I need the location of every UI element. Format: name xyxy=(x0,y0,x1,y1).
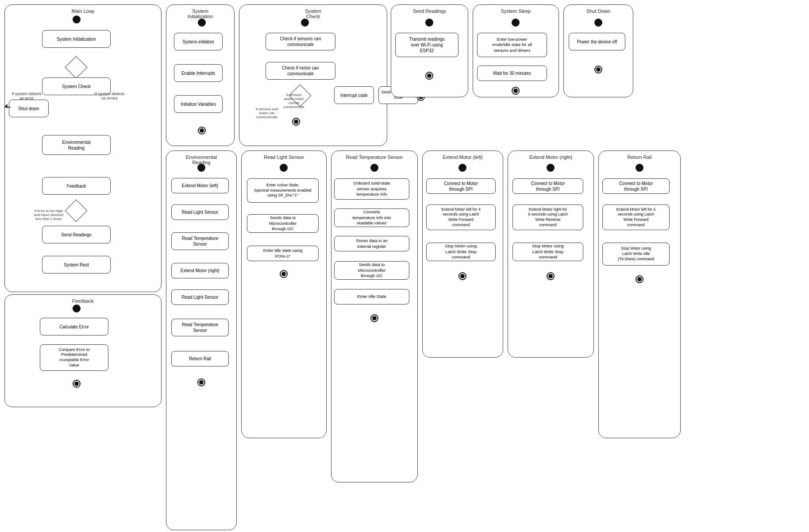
rl-idle-node: Enter idle state usingPON=1* xyxy=(247,246,319,261)
si-interrupts-node: Enable Interrupts xyxy=(174,64,223,82)
ml-env-node: EnvironmentalReading xyxy=(42,135,111,155)
rt-onboard-node: Onboard solid-statesensor acquirestemper… xyxy=(334,178,409,200)
rt-converts-node: Convertstemperature info intoreadable va… xyxy=(334,208,409,227)
eR-extend-node: Extend Motor right for8 seconds using La… xyxy=(512,204,583,230)
fb-start-node xyxy=(73,305,81,312)
eR-start-node xyxy=(547,164,555,172)
rl-end-node xyxy=(280,270,288,278)
rt-start-node xyxy=(370,164,378,172)
swimlane-extend-right-title: Extend Motor (right) xyxy=(508,154,593,160)
ml-label-no-error: If system detectsno errors xyxy=(89,92,131,100)
er-read-light-node: Read Light Sensor xyxy=(171,204,229,220)
ml-label-feedback: If Error is too Highand Have checkedless… xyxy=(27,209,71,221)
er-extend-left-node: Extend Motor (left) xyxy=(171,178,229,193)
swimlane-sys-init-title: SystemInitialization xyxy=(166,8,234,19)
ml-label-error: If system detectsan error xyxy=(9,92,44,100)
swimlane-extend-left-title: Extend Motor (left) xyxy=(423,154,503,160)
swimlane-read-light-title: Read Light Sensor xyxy=(242,154,326,160)
swimlane-main-loop-title: Main Loop xyxy=(5,8,161,14)
si-start-node xyxy=(198,19,206,27)
sc-start-node xyxy=(301,19,309,27)
rr-end-node xyxy=(636,275,643,283)
eR-end-node xyxy=(547,272,555,280)
er-read-light2-node: Read Light Sensor xyxy=(171,289,229,305)
swimlane-read-temp-title: Read Temperature Sensor xyxy=(331,154,417,160)
rl-sends-node: Sends data toMicrocontrollerthrough I2C xyxy=(247,214,319,233)
sr-end-node xyxy=(425,72,433,80)
rt-sends-node: Sends data toMicrocontrollerthrough I2C xyxy=(334,261,409,280)
eR-connect-node: Connect to Motorthrough SPI xyxy=(512,178,583,194)
swimlane-sys-sleep-title: System Sleep xyxy=(473,8,559,14)
el-connect-node: Connect to Motorthrough SPI xyxy=(426,178,496,194)
er-extend-right-node: Extend Motor (right) xyxy=(171,263,229,278)
sd-power-node: Power the device off xyxy=(569,33,625,50)
rr-start-node xyxy=(636,164,643,172)
er-read-temp2-node: Read TemperatureSensor xyxy=(171,319,229,336)
ml-send-node: Send Readings xyxy=(42,226,111,243)
ml-feedback-node: Feedback xyxy=(42,177,111,195)
el-stop-node: Stop Motor usingLatch Write Stopcommand xyxy=(426,243,496,261)
sr-transmit-node: Transmit readingsover Wi-Fi usingESP32 xyxy=(395,33,458,57)
sd-start-node xyxy=(594,19,602,27)
sc-end1-node xyxy=(292,118,300,126)
rr-extend-node: Extend Motor left for 4seconds using Lat… xyxy=(602,204,670,230)
sc-interrupt-node: Interrupt code xyxy=(334,86,374,104)
rr-stop-node: Stop Motor usingLatch Write Idle(Tit-Sta… xyxy=(602,243,670,266)
er-return-node: Return Rail xyxy=(171,351,229,366)
fb-calc-node: Calculate Error xyxy=(40,318,108,335)
sc-motor-node: Check if motor cancommunicate xyxy=(266,62,335,80)
swimlane-feedback-title: Feedback xyxy=(5,298,161,304)
ml-start-node xyxy=(73,15,81,23)
ss-wait-node: Wait for 30 minutes xyxy=(477,66,547,81)
rr-connect-node: Connect to Motorthrough SPI xyxy=(602,178,670,194)
sc-sensors-node: Check if sensors cancommunicate xyxy=(266,33,335,50)
diagram-canvas: Main Loop System Initialization System C… xyxy=(0,0,809,532)
si-end-node xyxy=(198,127,206,135)
el-start-node xyxy=(458,164,466,172)
swimlane-return-rail-title: Return Rail xyxy=(599,154,680,160)
sc-label-can: If sensors andmotor cancommunicate xyxy=(243,107,291,119)
rt-end-node xyxy=(370,314,378,322)
swimlane-sys-check-title: SystemCheck xyxy=(239,8,387,19)
ss-end-node xyxy=(512,87,520,95)
ss-start-node xyxy=(512,19,520,27)
el-end-node xyxy=(458,272,466,280)
si-vars-node: Initialize Variables xyxy=(174,95,223,113)
eR-stop-node: Stop Motor usingLatch Write Stopcommand xyxy=(512,243,583,261)
ml-shutdown-node: Shut down xyxy=(9,100,49,117)
sr-start-node xyxy=(425,19,433,27)
swimlane-send-readings-title: Send Readings xyxy=(391,8,468,14)
rt-idle-node: Enter Idle State xyxy=(334,289,409,305)
sd-end-node xyxy=(594,66,602,73)
ml-rest-node: System Rest xyxy=(42,256,111,274)
fb-end-node xyxy=(73,380,81,388)
el-extend-node: Extend Motor left for 4seconds using Lat… xyxy=(426,204,496,230)
rt-stores-node: Stores data in aninternal register xyxy=(334,236,409,251)
fb-compare-node: Compare Error toPredeterminedAcceptable … xyxy=(40,344,108,371)
rl-start-node xyxy=(280,164,288,172)
sc-label-cannot: If sensorsand/or motorcannotcommunicate xyxy=(276,93,312,109)
er-end-node xyxy=(197,378,205,386)
er-read-temp-node: Read TemperatureSensor xyxy=(171,232,229,250)
si-sysinit-node: System initialize xyxy=(174,33,223,50)
ss-lowpower-node: Enter low-powermode/idle state for allse… xyxy=(477,33,547,57)
ml-sys-init-node: System Initialization xyxy=(42,30,111,48)
rl-active-node: Enter Active State:Spectral measurements… xyxy=(247,178,319,203)
er-start-node xyxy=(197,164,205,172)
swimlane-shut-down-title: Shut Down xyxy=(564,8,633,14)
